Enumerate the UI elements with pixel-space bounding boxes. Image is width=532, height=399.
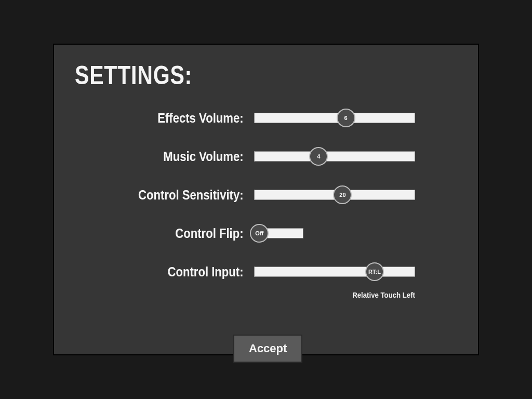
- settings-panel: SETTINGS: Effects Volume: 6 Music Volume…: [53, 44, 479, 355]
- slider-music-volume[interactable]: 4: [254, 151, 415, 162]
- slider-control-flip[interactable]: Off: [254, 228, 303, 238]
- knob-control-input[interactable]: RT:L: [365, 262, 384, 281]
- row-control-sensitivity: Control Sensitivity: 20: [75, 185, 457, 204]
- knob-control-flip[interactable]: Off: [250, 224, 269, 243]
- row-music-volume: Music Volume: 4: [75, 147, 457, 166]
- control-input-caption: Relative Touch Left: [273, 290, 415, 299]
- slider-effects-volume[interactable]: 6: [254, 113, 415, 123]
- knob-control-sensitivity[interactable]: 20: [333, 185, 352, 204]
- accept-button[interactable]: Accept: [233, 335, 302, 363]
- row-control-input: Control Input: RT:L: [75, 262, 457, 281]
- row-effects-volume: Effects Volume: 6: [75, 109, 457, 127]
- settings-title: SETTINGS:: [75, 60, 389, 90]
- label-control-flip: Control Flip:: [102, 225, 254, 242]
- knob-effects-volume[interactable]: 6: [337, 109, 355, 127]
- settings-rows: Effects Volume: 6 Music Volume: 4 Contro…: [75, 109, 457, 301]
- label-music-volume: Music Volume:: [102, 149, 254, 165]
- label-control-sensitivity: Control Sensitivity:: [102, 187, 254, 203]
- slider-control-input[interactable]: RT:L: [254, 267, 415, 277]
- slider-control-sensitivity[interactable]: 20: [254, 190, 415, 200]
- row-control-flip: Control Flip: Off: [75, 224, 457, 243]
- label-control-input: Control Input:: [102, 264, 254, 280]
- knob-music-volume[interactable]: 4: [309, 147, 328, 166]
- accept-row: Accept: [75, 335, 457, 363]
- label-effects-volume: Effects Volume:: [102, 110, 254, 126]
